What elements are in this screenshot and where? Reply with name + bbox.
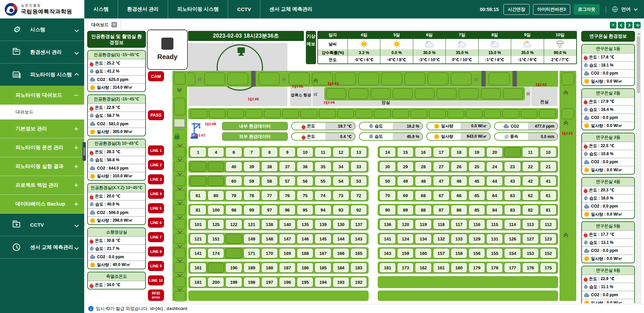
tray-cell[interactable]: 68 — [415, 190, 431, 200]
tray-cell[interactable]: 166 — [333, 248, 349, 258]
tray-cell[interactable]: 76 — [279, 190, 296, 200]
tray-cell[interactable]: 17 — [433, 147, 449, 157]
tray-cell[interactable]: 151 — [208, 234, 224, 244]
line-button[interactable]: LINE 1 — [148, 145, 164, 155]
tray-cell[interactable] — [208, 263, 224, 273]
sidebar-item[interactable]: 피노타이핑 실험 결과 — [0, 157, 84, 176]
tray-cell[interactable]: 199 — [225, 277, 242, 287]
tray-cell[interactable]: 21 — [540, 162, 556, 172]
tray-cell[interactable]: 179 — [469, 263, 485, 273]
pass-button[interactable]: PASS — [148, 110, 164, 120]
tray-cell[interactable]: 29 — [397, 162, 414, 172]
tray-cell[interactable]: 4 — [208, 147, 224, 157]
tray-cell[interactable]: 36 — [297, 162, 313, 172]
nav-item[interactable]: 환경센서 관리 — [118, 0, 168, 18]
tray-cell[interactable]: 115 — [486, 219, 503, 229]
tray-cell[interactable]: 65 — [469, 190, 485, 200]
tray-cell[interactable]: 56 — [297, 176, 313, 186]
tray-cell[interactable]: 157 — [433, 248, 449, 258]
tray-cell[interactable]: 30 — [379, 162, 396, 172]
tray-cell[interactable]: 153 — [522, 248, 539, 258]
tray-cell[interactable]: 195 — [297, 277, 313, 287]
tray-cell[interactable]: 92 — [351, 205, 367, 215]
language-label[interactable]: 언어 — [621, 6, 631, 12]
sidebar-item[interactable]: 피노타이핑 시스템 — [0, 63, 84, 86]
tray-cell[interactable]: 193 — [333, 277, 349, 287]
tray-cell[interactable]: 80 — [208, 190, 224, 200]
sidebar-item[interactable]: CCTV — [0, 214, 84, 236]
tray-cell[interactable]: 94 — [315, 205, 331, 215]
tray-cell[interactable]: 152 — [540, 248, 556, 258]
tray-cell[interactable]: 171 — [244, 248, 260, 258]
tray-cell[interactable] — [225, 248, 242, 258]
tray-cell[interactable]: 187 — [279, 263, 296, 273]
tray-cell[interactable]: 10 — [540, 147, 556, 157]
cam-button[interactable]: CAM — [148, 71, 164, 81]
tray-cell[interactable]: 70 — [379, 190, 396, 200]
tray-cell[interactable]: 90 — [379, 205, 396, 215]
tabs-prev-button[interactable] — [618, 22, 625, 29]
tray-cell[interactable]: 146 — [297, 234, 313, 244]
tray-cell[interactable]: 177 — [504, 263, 521, 273]
tray-cell[interactable]: 59 — [244, 176, 260, 186]
tray-cell[interactable]: 180 — [451, 263, 467, 273]
tray-cell[interactable]: 113 — [522, 219, 539, 229]
tray-cell[interactable]: 67 — [433, 190, 449, 200]
line-button[interactable]: LINE 2 — [148, 160, 164, 170]
tray-cell[interactable]: 6 — [225, 147, 242, 157]
tray-cell[interactable]: 64 — [486, 190, 503, 200]
tray-cell[interactable]: 143 — [351, 234, 367, 244]
tray-cell[interactable]: 55 — [315, 176, 331, 186]
tray-cell[interactable]: 98 — [225, 205, 242, 215]
tray-cell[interactable]: 125 — [208, 219, 224, 229]
tray-cell[interactable]: 118 — [433, 219, 449, 229]
tabs-list-button[interactable] — [634, 22, 641, 29]
tray-cell[interactable]: 23 — [504, 162, 521, 172]
tray-cell[interactable]: 85 — [469, 205, 485, 215]
tray-cell[interactable]: 174 — [208, 248, 224, 258]
tray-cell[interactable]: 117 — [451, 219, 467, 229]
tray-cell[interactable]: 63 — [504, 190, 521, 200]
tray-cell[interactable]: 33 — [351, 162, 367, 172]
rfid-error-button[interactable]: RFID error — [148, 289, 164, 301]
tray-cell[interactable]: 183 — [351, 263, 367, 273]
tray-cell[interactable]: 133 — [451, 234, 467, 244]
app-logo[interactable]: 농촌진흥청 국립원예특작과학원 — [0, 0, 84, 18]
user-button[interactable]: 아이티컨버전3 — [533, 4, 570, 15]
line-button[interactable]: LINE 3 — [148, 174, 164, 184]
tray-cell[interactable]: 14 — [379, 147, 396, 157]
tray-cell[interactable]: 189 — [244, 263, 260, 273]
line-button[interactable]: LINE 10 — [148, 275, 164, 285]
tabs-close-all-button[interactable] — [610, 22, 616, 29]
tray-cell[interactable]: 120 — [397, 219, 414, 229]
nav-item[interactable]: 시스템 — [84, 0, 118, 18]
tray-cell[interactable]: 101 — [190, 219, 206, 229]
tray-cell[interactable]: 181 — [190, 277, 206, 287]
sidebar-item[interactable]: 데이타베이스 Backup — [0, 195, 84, 214]
sidebar-item[interactable]: 대쉬보드 — [0, 105, 84, 120]
tray-cell[interactable]: 1 — [190, 147, 206, 157]
line-button[interactable]: LINE 5 — [148, 203, 164, 213]
tray-cell[interactable]: 148 — [261, 234, 278, 244]
tray-cell[interactable]: 159 — [397, 248, 414, 258]
tray-cell[interactable]: 37 — [279, 162, 296, 172]
tray-cell[interactable]: 135 — [297, 219, 313, 229]
tray-cell[interactable]: 26 — [451, 162, 467, 172]
tray-cell[interactable]: 87 — [433, 205, 449, 215]
tray-cell[interactable]: 82 — [522, 205, 539, 215]
tray-cell[interactable]: 163 — [379, 248, 396, 258]
tray-cell[interactable]: 173 — [397, 263, 414, 273]
tray-cell[interactable]: 196 — [279, 277, 296, 287]
tray-cell[interactable]: 81 — [190, 205, 206, 215]
tray-cell[interactable]: 158 — [451, 248, 467, 258]
tray-cell[interactable]: 145 — [315, 234, 331, 244]
tray-cell[interactable]: 178 — [486, 263, 503, 273]
tray-cell[interactable]: 165 — [351, 248, 367, 258]
tabs-next-button[interactable] — [626, 22, 633, 29]
tray-cell[interactable]: 11 — [522, 147, 539, 157]
sidebar-item[interactable]: 프로젝트 백업 관리 — [0, 176, 84, 195]
tray-cell[interactable]: 7 — [244, 147, 260, 157]
tray-cell[interactable] — [208, 162, 224, 172]
tray-cell[interactable]: 194 — [315, 277, 331, 287]
tray-cell[interactable]: 79 — [225, 190, 242, 200]
